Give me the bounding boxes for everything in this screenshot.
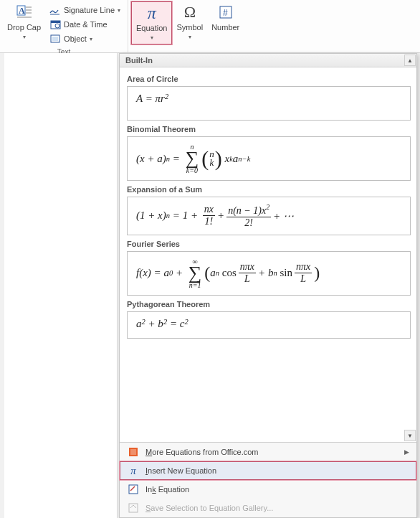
number-icon: # [219, 3, 233, 22]
number-button[interactable]: # Number [207, 1, 244, 44]
equation-title: Fourier Series [127, 240, 411, 248]
chevron-right-icon: ▶ [404, 448, 409, 456]
signature-line-button[interactable]: Signature Line ▾ [47, 3, 123, 17]
chevron-down-icon: ▾ [23, 34, 26, 40]
svg-rect-15 [130, 449, 136, 455]
chevron-down-icon: ▾ [90, 36, 92, 42]
chevron-down-icon: ▾ [118, 7, 120, 14]
signature-label: Signature Line [64, 6, 115, 14]
symbol-button[interactable]: Ω Symbol▾ [172, 1, 207, 44]
chevron-down-icon: ▾ [151, 34, 153, 41]
ribbon-group-symbols: π Equation▾ Ω Symbol▾ # Number [128, 0, 247, 52]
equation-label: Equation [136, 24, 167, 32]
svg-rect-16 [129, 485, 138, 494]
pi-icon: π [148, 4, 156, 22]
dropdown-body: Area of Circle A = πr2 Binomial Theorem … [120, 67, 416, 442]
equation-title: Pythagorean Theorem [127, 300, 411, 309]
signature-icon [49, 4, 61, 16]
symbol-label: Symbol [176, 23, 203, 32]
dropdown-header: Built-In ▲ [120, 54, 416, 67]
object-button[interactable]: Object ▾ [47, 32, 123, 46]
pi-icon: π [127, 465, 140, 476]
document-page[interactable] [4, 53, 118, 518]
svg-rect-8 [51, 21, 60, 23]
ribbon-group-text: A Drop Cap▾ Signature Line ▾ Date & Time… [0, 0, 128, 52]
equation-title: Binomial Theorem [127, 125, 411, 133]
scroll-up-button[interactable]: ▲ [404, 55, 416, 66]
equation-item-area-circle[interactable]: A = πr2 [127, 86, 411, 121]
svg-point-9 [55, 24, 59, 28]
drop-cap-label: Drop Cap [7, 23, 41, 32]
svg-text:A: A [19, 6, 25, 16]
dropdown-header-label: Built-In [125, 56, 153, 65]
dropdown-footer: More Equations from Office.com ▶ π Inser… [120, 442, 416, 517]
ink-equation-item[interactable]: Ink Equation [120, 480, 416, 499]
more-equations-label: More Equations from Office.com [145, 448, 259, 456]
ink-label: Ink Equation [145, 485, 189, 494]
save-label: Save Selection to Equation Gallery... [145, 504, 273, 512]
omega-icon: Ω [184, 3, 196, 22]
svg-rect-11 [52, 37, 58, 41]
save-selection-item: Save Selection to Equation Gallery... [120, 499, 416, 517]
equation-title: Area of Circle [127, 75, 411, 83]
number-label: Number [211, 23, 239, 32]
drop-cap-icon: A [16, 3, 32, 22]
svg-text:#: # [223, 8, 228, 18]
ribbon: A Drop Cap▾ Signature Line ▾ Date & Time… [0, 0, 420, 53]
date-time-label: Date & Time [64, 20, 108, 29]
insert-new-label: Insert New Equation [145, 466, 216, 475]
equation-title: Expansion of a Sum [127, 185, 411, 194]
scroll-down-button[interactable]: ▼ [404, 430, 416, 441]
equation-item-expansion[interactable]: (1 + x)n = 1 + nx1!+ n(n − 1)x22!+ ⋯ [127, 197, 411, 235]
object-icon [49, 33, 61, 44]
equation-button[interactable]: π Equation▾ [131, 1, 172, 44]
date-time-button[interactable]: Date & Time [47, 17, 123, 32]
object-label: Object [64, 34, 87, 43]
drop-cap-button[interactable]: A Drop Cap▾ [3, 1, 45, 47]
save-gallery-icon [127, 502, 140, 514]
equation-item-binomial[interactable]: (x + a)n = n∑k=0 (nk) xkan−k [127, 136, 411, 181]
ink-icon [127, 484, 140, 495]
equation-item-fourier[interactable]: f(x) = a0 + ∞∑n=1 (an cos nπxL + bn sin … [127, 251, 411, 296]
equation-item-pythagorean[interactable]: a2 + b2 = c2 [127, 311, 411, 339]
insert-new-equation-item[interactable]: π Insert New Equation [120, 461, 416, 480]
calendar-icon [49, 19, 61, 30]
chevron-down-icon: ▾ [188, 34, 191, 40]
equation-dropdown: Built-In ▲ Area of Circle A = πr2 Binomi… [119, 53, 417, 518]
more-equations-item[interactable]: More Equations from Office.com ▶ [120, 443, 416, 461]
office-icon [127, 446, 140, 458]
